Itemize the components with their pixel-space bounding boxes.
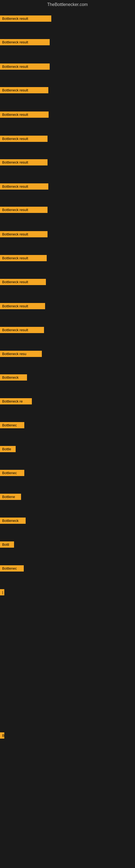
bottleneck-result-item: Bottlenec (0, 470, 24, 476)
bottleneck-result-item: Bottleneck result (0, 39, 50, 45)
bottleneck-result-item: Bottleneck result (0, 135, 48, 142)
bottleneck-result-item: Bottleneck result (0, 327, 44, 333)
bottleneck-result-item: Bottleneck resu (0, 351, 42, 357)
bottleneck-result-item: Bottleneck result (0, 159, 48, 165)
bottleneck-result-item: Bottleneck result (0, 87, 48, 93)
bottleneck-result-item: Bottleneck result (0, 183, 48, 190)
bottleneck-result-item: Bottleneck result (0, 303, 45, 309)
bottleneck-result-item: Bottlenec (0, 422, 24, 428)
bottleneck-result-item: Bottleneck result (0, 231, 48, 237)
bottleneck-result-item: Bottleneck (0, 518, 26, 524)
site-title: TheBottlenecker.com (0, 0, 135, 9)
bottleneck-result-item: Bottleneck (0, 374, 27, 380)
bottleneck-result-item: Bottleneck result (0, 207, 48, 213)
bottleneck-result-item: Bottl (0, 541, 14, 548)
bottleneck-result-item: Bottleneck re (0, 398, 32, 404)
bottleneck-result-item: Bottlene (0, 494, 21, 500)
bottleneck-result-item: B (0, 733, 4, 739)
bottleneck-result-item: Bottleneck result (0, 112, 49, 118)
bottleneck-result-item: Bottleneck result (0, 279, 46, 285)
bottleneck-result-item: Bottlenec (0, 565, 24, 571)
bottleneck-result-item: | (0, 589, 4, 595)
bottleneck-result-item: Bottleneck result (0, 63, 50, 70)
bottleneck-result-item: Bottleneck result (0, 16, 51, 22)
bottleneck-result-item: Bottleneck result (0, 255, 47, 261)
bottleneck-result-item: Bottle (0, 446, 16, 452)
